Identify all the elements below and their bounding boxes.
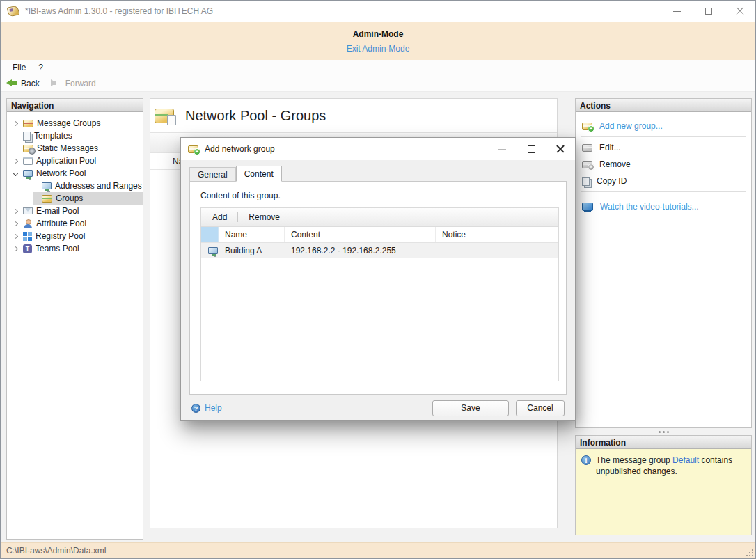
maximize-icon — [528, 145, 535, 153]
static-messages-icon — [23, 145, 33, 152]
save-button[interactable]: Save — [432, 400, 509, 416]
default-group-link[interactable]: Default — [672, 455, 699, 465]
chevron-right-icon[interactable] — [13, 120, 17, 125]
nav-item-label: Application Pool — [36, 156, 96, 166]
action-watch-tutorials[interactable]: Watch the video-tutorials... — [576, 198, 751, 215]
chevron-right-icon[interactable] — [13, 233, 17, 238]
panel-splitter[interactable] — [575, 428, 752, 435]
email-pool-icon — [23, 207, 33, 214]
dialog-title: Add network group — [205, 144, 275, 154]
minimize-button[interactable] — [661, 1, 693, 22]
nav-item-label: Network Pool — [36, 168, 86, 178]
actions-header: Actions — [576, 99, 751, 112]
toolbar-separator — [237, 212, 238, 222]
chevron-right-icon[interactable] — [13, 158, 17, 163]
nav-item-label: Message Groups — [37, 118, 100, 128]
help-link[interactable]: Help — [191, 403, 222, 413]
navigation-tree: Message Groups Templates Static Messages… — [7, 112, 143, 255]
content-column-header[interactable]: Content — [285, 227, 436, 242]
name-column-header[interactable]: Name — [219, 227, 285, 242]
info-icon — [581, 455, 591, 465]
nav-item-email-pool[interactable]: E-mail Pool — [7, 205, 143, 217]
action-remove[interactable]: Remove — [576, 156, 751, 173]
network-range-icon — [208, 247, 218, 254]
close-button[interactable] — [724, 1, 755, 22]
action-add-new-group[interactable]: Add new group... — [576, 118, 751, 134]
separator — [581, 136, 746, 137]
status-bar: C:\IBI-aws\Admin\Data.xml — [1, 542, 755, 558]
edit-icon — [582, 144, 592, 152]
network-pool-icon — [23, 170, 33, 177]
information-message: The message group Default contains unpub… — [576, 449, 751, 477]
maximize-icon — [705, 8, 712, 15]
chevron-right-icon[interactable] — [13, 208, 17, 213]
application-pool-icon — [23, 157, 33, 165]
nav-item-label: Teams Pool — [36, 244, 79, 253]
close-icon — [736, 7, 744, 15]
add-button[interactable]: Add — [208, 211, 231, 223]
registry-pool-icon — [23, 232, 32, 241]
forward-label: Forward — [65, 79, 96, 88]
information-header: Information — [576, 436, 751, 449]
nav-item-addresses-and-ranges[interactable]: Addresses and Ranges — [7, 180, 143, 192]
chevron-right-icon[interactable] — [13, 246, 17, 251]
maximize-button[interactable] — [693, 1, 724, 22]
menu-help[interactable]: ? — [32, 61, 49, 74]
exit-admin-mode-link[interactable]: Exit Admin-Mode — [347, 44, 410, 54]
forward-button[interactable]: Forward — [51, 79, 96, 88]
help-label: Help — [205, 403, 222, 413]
information-panel: Information The message group Default co… — [575, 435, 752, 535]
dialog-maximize-button[interactable] — [517, 138, 546, 160]
resize-grip[interactable] — [746, 549, 754, 557]
dialog-minimize-button[interactable] — [487, 138, 517, 160]
nav-item-attribute-pool[interactable]: Attribute Pool — [7, 217, 143, 230]
nav-item-templates[interactable]: Templates — [7, 129, 143, 142]
admin-mode-banner: Admin-Mode Exit Admin-Mode — [1, 22, 755, 60]
nav-item-label: Addresses and Ranges — [55, 181, 142, 191]
teams-pool-icon — [23, 244, 32, 253]
nav-item-teams-pool[interactable]: Teams Pool — [7, 242, 143, 255]
templates-icon — [23, 132, 31, 141]
selector-column-header[interactable] — [201, 227, 219, 242]
table-header-row: Name Content Notice — [201, 227, 558, 243]
nav-item-application-pool[interactable]: Application Pool — [7, 155, 143, 167]
status-path: C:\IBI-aws\Admin\Data.xml — [6, 546, 106, 556]
app-window: *IBI-aws Admin 1.30.0 - registered for I… — [0, 0, 756, 559]
nav-item-registry-pool[interactable]: Registry Pool — [7, 230, 143, 242]
title-bar: *IBI-aws Admin 1.30.0 - registered for I… — [1, 1, 755, 22]
nav-item-static-messages[interactable]: Static Messages — [7, 142, 143, 155]
page-title: Network Pool - Groups — [185, 108, 326, 124]
tab-content[interactable]: Content — [236, 166, 282, 182]
content-area: Navigation Message Groups Templates Stat… — [1, 92, 755, 542]
navigation-toolbar: Back Forward — [1, 75, 755, 92]
action-label: Watch the video-tutorials... — [600, 202, 699, 212]
action-label: Remove — [599, 159, 631, 169]
action-label: Add new group... — [599, 121, 663, 131]
actions-panel: Actions Add new group... Edit... Remove — [575, 98, 752, 428]
right-column: Actions Add new group... Edit... Remove — [575, 98, 752, 535]
notice-column-header[interactable]: Notice — [436, 227, 558, 242]
network-group-icon — [155, 109, 174, 123]
nav-item-groups[interactable]: Groups — [7, 192, 143, 205]
tab-general[interactable]: General — [189, 167, 236, 181]
table-toolbar: Add Remove — [201, 208, 558, 227]
action-copy-id[interactable]: Copy ID — [576, 173, 751, 189]
table-row[interactable]: Building A 192.168.2.2 - 192.168.2.255 — [201, 243, 558, 258]
menu-file[interactable]: File — [6, 61, 32, 74]
admin-mode-title: Admin-Mode — [1, 22, 755, 39]
dialog-tabs: General Content — [181, 160, 575, 181]
video-tutorials-icon — [582, 203, 593, 211]
cancel-button[interactable]: Cancel — [516, 400, 565, 416]
menu-bar: File ? — [1, 60, 755, 75]
chevron-down-icon[interactable] — [13, 171, 17, 175]
back-button[interactable]: Back — [6, 79, 40, 88]
chevron-right-icon[interactable] — [13, 221, 17, 226]
nav-item-message-groups[interactable]: Message Groups — [7, 117, 143, 129]
nav-item-network-pool[interactable]: Network Pool — [7, 167, 143, 180]
nav-item-label: Static Messages — [37, 143, 98, 153]
nav-item-label: Templates — [34, 131, 72, 141]
remove-button[interactable]: Remove — [244, 211, 284, 223]
dialog-close-button[interactable] — [546, 138, 575, 160]
navigation-panel: Navigation Message Groups Templates Stat… — [6, 98, 143, 540]
action-edit[interactable]: Edit... — [576, 139, 751, 156]
